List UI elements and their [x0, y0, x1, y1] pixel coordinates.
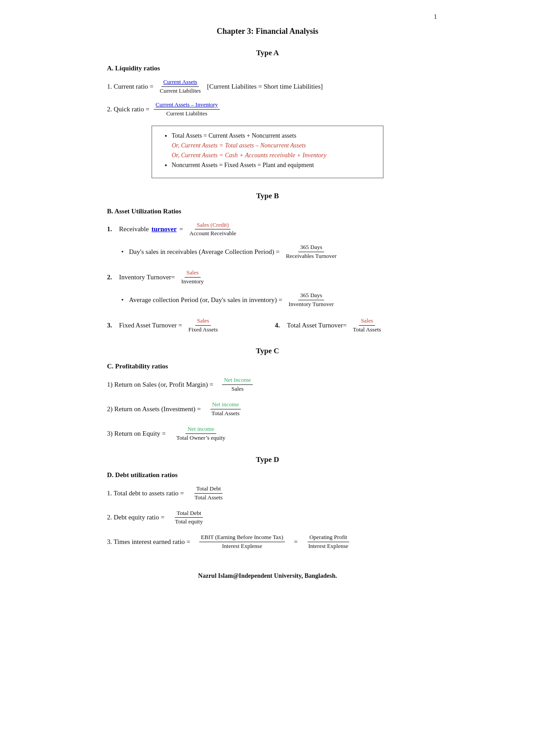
c-r3-prefix: 3) Return on Equity = — [107, 430, 166, 437]
d-r2-num: Total Debt — [175, 510, 203, 518]
box-bullet-red1: Or, Current Assets = Total assets – Nonc… — [165, 142, 374, 149]
type-a-title: Type A — [107, 49, 428, 57]
ratio1-prefix: 1. Current ratio = — [107, 83, 153, 90]
b-r3-num-label: 3. — [107, 322, 112, 329]
c-r2-prefix: 2) Return on Assets (Investment) = — [107, 405, 201, 413]
d-ratio1-line: 1. Total debt to assets ratio = Total De… — [107, 485, 428, 502]
d-r3-den2: Interest Explense — [306, 542, 350, 550]
c-r1-den: Sales — [230, 385, 245, 393]
b-r2-den: Inventory — [180, 278, 206, 286]
d-r1-num: Total Debt — [194, 485, 222, 494]
c-r2-den: Total Assets — [210, 409, 241, 417]
type-d-subsection: D. Debt utilization ratios — [107, 471, 428, 479]
page-number: 1 — [434, 13, 437, 20]
c-r1-num: Net Income — [222, 376, 253, 385]
type-a-subsection: A. Liquidity ratios — [107, 65, 428, 72]
b-r4-text: Total Asset Turnover= — [287, 322, 347, 329]
b-ratio1-line: 1. Receivable turnover= Sales (Credit) A… — [107, 221, 428, 238]
d-r1-fraction: Total Debt Total Assets — [193, 485, 224, 502]
d-r3-prefix: 3. Times interest earned ratio = — [107, 538, 190, 546]
b-r1-prefix1: 1. — [107, 225, 112, 233]
b-r2-fraction: Sales Inventory — [180, 269, 206, 286]
type-b-title: Type B — [107, 192, 428, 200]
ratio1-fraction: Current Assets Current Liabilites — [158, 78, 202, 95]
b-ratio3: 3. Fixed Asset Turnover = Sales Fixed As… — [107, 317, 222, 334]
type-d-title: Type D — [107, 455, 428, 464]
b-r2-bullet-num: 365 Days — [298, 292, 324, 300]
b-r4-num-label: 4. — [275, 322, 280, 329]
type-c-title: Type C — [107, 347, 428, 356]
c-r1-prefix: 1) Return on Sales (or, Profit Margin) = — [107, 381, 213, 388]
b-r1-numerator: Sales (Credit) — [195, 221, 230, 230]
c-ratio1-line: 1) Return on Sales (or, Profit Margin) =… — [107, 376, 428, 393]
b-r4-den: Total Assets — [351, 326, 383, 334]
c-r3-den: Total Owner’s equity — [175, 434, 227, 442]
footer: Nazrul Islam@Independent University, Ban… — [107, 568, 428, 580]
b-r2-prefix: 2. — [107, 274, 112, 281]
ratio1-numerator: Current Assets — [161, 78, 199, 87]
b-r4-fraction: Sales Total Assets — [351, 317, 383, 334]
b-r3-fraction: Sales Fixed Assets — [186, 317, 219, 334]
d-r1-den: Total Assets — [193, 494, 224, 502]
ratio-quick: 2. Quick ratio = Current Assets – Invent… — [107, 101, 428, 118]
box-bullet-red2: Or, Current Assets = Cash + Accounts rec… — [165, 152, 374, 159]
b-r3-den: Fixed Assets — [186, 326, 219, 334]
section-type-d: Type D D. Debt utilization ratios 1. Tot… — [107, 455, 428, 550]
b-r2-bullet-fraction: 365 Days Inventory Turnover — [287, 292, 335, 308]
b-r2-bullet-den: Inventory Turnover — [287, 300, 335, 308]
section-type-c: Type C C. Profitability ratios 1) Return… — [107, 347, 428, 441]
b-r2-text: Inventory Turnover= — [119, 274, 175, 281]
box-bullet1: Total Assets = Current Assets + Noncurre… — [172, 132, 374, 139]
d-ratio2-line: 2. Debt equity ratio = Total Debt Total … — [107, 510, 428, 526]
d-r3-fraction2: Operating Profit Interest Explense — [306, 534, 350, 550]
c-r1-fraction: Net Income Sales — [222, 376, 253, 393]
c-ratio2-line: 2) Return on Assets (Investment) = Net i… — [107, 401, 428, 417]
type-c-subsection: C. Profitability ratios — [107, 363, 428, 370]
c-r2-num: Net income — [210, 401, 241, 409]
b-ratio2-bullet: • Average collection Period (or, Day's s… — [121, 292, 428, 308]
d-r3-eq: = — [294, 538, 297, 546]
b-r1-denominator: Account Receivable — [188, 229, 238, 237]
bullet-dot2: • — [121, 296, 123, 304]
b-ratio3-4-line: 3. Fixed Asset Turnover = Sales Fixed As… — [107, 317, 428, 334]
type-b-subsection: B. Asset Utilization Ratios — [107, 208, 428, 215]
ratio2-fraction: Current Assets – Inventory Current Liabi… — [154, 101, 220, 118]
c-ratio3-line: 3) Return on Equity = Net income Total O… — [107, 425, 428, 442]
d-r3-den1: Interest Explense — [220, 542, 264, 550]
c-r3-num: Net income — [185, 425, 216, 434]
section-type-a: Type A A. Liquidity ratios 1. Current ra… — [107, 49, 428, 178]
b-r1-turnover: turnover — [152, 225, 177, 233]
b-ratio1-group: 1. Receivable turnover= Sales (Credit) A… — [107, 221, 428, 261]
d-r2-den: Total equity — [173, 518, 205, 526]
ratio-current: 1. Current ratio = Current Assets Curren… — [107, 78, 428, 95]
ratio1-denominator: Current Liabilites — [158, 87, 202, 95]
d-ratio3-line: 3. Times interest earned ratio = EBIT (E… — [107, 534, 428, 550]
b-ratio2-group: 2. Inventory Turnover= Sales Inventory •… — [107, 269, 428, 308]
c-r2-fraction: Net income Total Assets — [210, 401, 241, 417]
ratio1-note: [Current Liabilites = Short time Liabili… — [207, 83, 323, 90]
d-r1-prefix: 1. Total debt to assets ratio = — [107, 490, 184, 497]
b-r1-bullet-fraction: 365 Days Receivables Turnover — [284, 244, 338, 260]
b-ratio4: 4. Total Asset Turnover= Sales Total Ass… — [275, 317, 385, 334]
d-r2-fraction: Total Debt Total equity — [173, 510, 205, 526]
b-ratio2-line: 2. Inventory Turnover= Sales Inventory — [107, 269, 428, 286]
b-r1-eq: = — [179, 225, 183, 233]
page: 1 Chapter 3: Financial Analysis Type A A… — [67, 0, 468, 756]
d-r2-prefix: 2. Debt equity ratio = — [107, 514, 165, 521]
d-r3-num2: Operating Profit — [308, 534, 349, 542]
b-r4-num: Sales — [359, 317, 374, 326]
ratio2-prefix: 2. Quick ratio = — [107, 106, 149, 113]
b-r2-bullet-text: Average collection Period (or, Day's sal… — [129, 296, 282, 304]
box-bullet2: Noncurrent Assets = Fixed Assets = Plant… — [172, 162, 374, 169]
b-r1-bullet-text: Day's sales in receivables (Average Coll… — [129, 248, 280, 256]
section-type-b: Type B B. Asset Utilization Ratios 1. Re… — [107, 192, 428, 334]
b-r3-num: Sales — [195, 317, 211, 326]
b-ratio1-bullet: • Day's sales in receivables (Average Co… — [121, 244, 428, 260]
chapter-title: Chapter 3: Financial Analysis — [107, 27, 428, 36]
b-r1-bullet-den: Receivables Turnover — [284, 252, 338, 260]
d-r3-fraction1: EBIT (Earning Before Income Tax) Interes… — [199, 534, 285, 550]
b-r1-fraction: Sales (Credit) Account Receivable — [188, 221, 238, 238]
info-box: Total Assets = Current Assets + Noncurre… — [152, 126, 383, 178]
b-r1-bullet-num: 365 Days — [298, 244, 324, 252]
ratio2-denominator: Current Liabilites — [165, 110, 209, 118]
